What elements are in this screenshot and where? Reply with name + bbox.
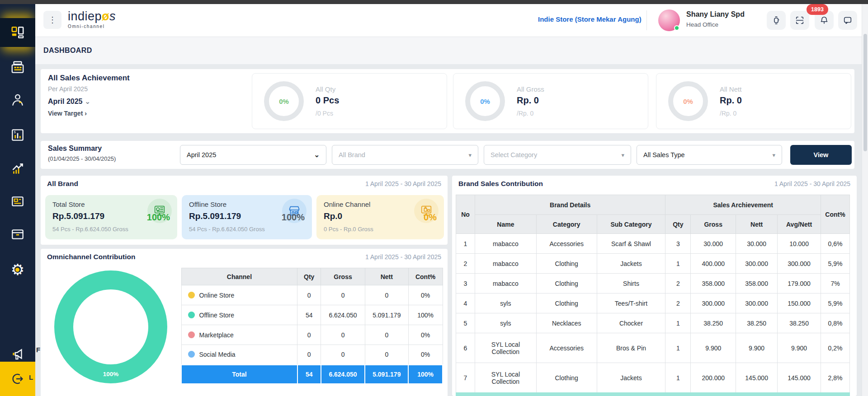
cell: 0 [321,325,365,345]
cell: 100% [408,305,443,325]
cell: 0,8% [821,313,850,333]
stat-label: All Qty [316,85,335,93]
omnichannel-table: Channel Qty Gross Nett Cont% Online Stor… [181,268,443,384]
sidebar-item-dashboard[interactable] [0,18,35,47]
cell: 0 [297,345,321,365]
omnichannel-daterange: 1 April 2025 - 30 April 2025 [365,253,441,261]
view-target-link[interactable]: View Target › [48,110,87,117]
sidebar-item-news[interactable] [0,187,35,216]
header-divider [646,10,647,30]
cell: 9.900 [778,333,821,363]
messages-button[interactable] [838,11,857,30]
stat-card-all-nett: 0% All Nett Rp. 0 /Rp. 0 [656,73,851,129]
col-nett: Nett [736,215,778,234]
month-select[interactable]: April 2025⌄ [180,145,326,165]
cell: Clothing [536,294,597,313]
table-total-row: Total 54 6.624.050 5.091.179 100% [181,365,443,384]
sales-type-select[interactable]: All Sales Type▾ [637,145,782,165]
avatar[interactable] [658,9,680,31]
chevron-right-icon: › [85,110,87,117]
trend-icon [10,161,25,177]
cell: SYL Local Collection [475,333,536,363]
cell: Scarf & Shawl [597,234,665,254]
cell: 0% [408,325,443,345]
card-label: Offline Store [189,200,226,208]
cell: 1 [665,333,691,363]
sidebar-item-sales-report[interactable]: $ [0,121,35,149]
achievement-subtitle: Per April 2025 [48,85,88,93]
table-row: 1 mabacco Accessories Scarf & Shawl 3 30… [456,234,850,254]
caret-down-icon: ▾ [621,152,624,158]
sidebar-item-trends[interactable] [0,154,35,183]
caret-down-icon: ▾ [772,152,775,158]
sidebar-item-customers[interactable] [0,85,35,114]
cell: 0 [321,345,365,365]
table-row: 7 SYL Local Collection Clothing Jackets … [456,363,850,393]
cell: syls [475,313,536,333]
donut-hole [73,289,148,364]
achievement-period-select[interactable]: April 2025 ⌄ [48,97,90,106]
cell: 200.000 [691,363,736,393]
barcode-scan-button[interactable] [790,11,809,30]
cell-channel: Online Store [181,285,297,305]
news-card-icon [10,194,25,209]
sidebar-label-feedback-fragment: F [36,346,40,354]
sales-summary-daterange: (01/04/2025 - 30/04/2025) [48,155,116,162]
cell: Clothing [536,274,597,294]
menu-kebab-button[interactable]: ⋮ [43,11,61,29]
table-row: 6 SYL Local Collection Accessories Bros … [456,333,850,363]
table-subheader-row: Name Category Sub Category Qty Gross Net… [456,215,850,234]
stat-value: Rp. 0 [720,95,742,106]
sidebar-item-inventory[interactable] [0,220,35,249]
logout-icon [10,372,25,386]
total-store-card: Total Store Rp.5.091.179 54 Pcs - Rp.6.6… [45,195,177,239]
cell: 9.900 [691,333,736,363]
col-cont: Cont% [408,268,443,285]
col-sub-category: Sub Category [597,215,665,234]
cell: 38.250 [778,313,821,333]
page-scrollbar[interactable] [862,4,868,396]
cell: 300.000 [778,254,821,274]
sidebar-item-cash-register[interactable] [0,53,35,82]
cell: 7% [821,274,850,294]
view-button[interactable]: View [790,145,852,165]
brand-select[interactable]: All Brand▾ [332,145,478,165]
col-nett: Nett [365,268,408,285]
sales-chart-icon: $ [10,127,25,143]
omnichannel-title: Omnichannel Contribution [47,253,135,261]
cell: Jackets [597,363,665,393]
cell: 10.000 [778,234,821,254]
store-link[interactable]: Indie Store (Store Mekar Agung) [538,15,642,23]
table-row: Social Media 0 0 0 0% [181,345,443,365]
cell: 1 [665,363,691,393]
all-brand-title: All Brand [47,180,78,188]
stat-label: All Gross [517,85,544,93]
cell: 400.000 [691,254,736,274]
user-name: Shany Liany Spd [686,10,745,19]
cell: 0% [408,285,443,305]
stat-value: Rp. 0 [517,95,539,106]
system-top-bar [0,0,868,4]
category-select[interactable]: Select Category▾ [484,145,631,165]
cell: 30.000 [691,234,736,254]
header: ⋮ indiepøs Omni-channel Indie Store (Sto… [35,4,862,37]
smartwatch-button[interactable] [767,11,786,30]
cell: 4 [456,294,475,313]
cell: Accessories [536,234,597,254]
cell: 0 [321,285,365,305]
donut-label: 100% [54,371,167,377]
card-sub: 0 Pcs - Rp.0 Gross [324,226,373,233]
cell: 3 [665,234,691,254]
sidebar-item-settings[interactable]: ⚙ [0,255,35,284]
smartwatch-icon [771,15,781,25]
col-category: Category [536,215,597,234]
brand-sales-table: No Brand Details Sales Archievement Cont… [456,195,850,393]
cell: Bros & Pin [597,333,665,363]
sidebar: $ ⚙ [0,4,35,396]
scrollbar-thumb[interactable] [863,34,867,151]
col-no: No [456,195,475,234]
stat-target: /Rp. 0 [720,110,736,117]
sidebar-item-logout[interactable]: L [0,362,35,396]
cash-register-icon [10,60,25,75]
cell: SYL Local Collection [475,363,536,393]
